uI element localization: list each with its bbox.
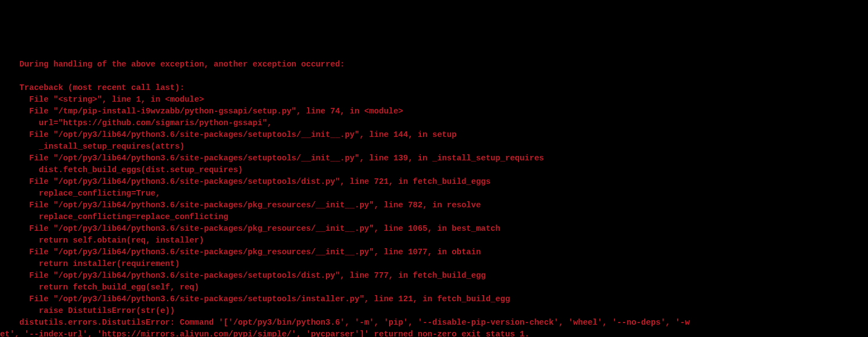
terminal-line: return self.obtain(req, installer) [0, 235, 868, 246]
terminal-line: replace_conflicting=True, [0, 188, 868, 200]
terminal-line: File "/opt/py3/lib64/python3.6/site-pack… [0, 246, 868, 258]
terminal-line: dist.fetch_build_eggs(dist.setup_require… [0, 164, 868, 176]
terminal-line: File "/opt/py3/lib64/python3.6/site-pack… [0, 293, 868, 305]
terminal-line: File "/tmp/pip-install-i9wvzabb/python-g… [0, 106, 868, 117]
terminal-line: File "/opt/py3/lib64/python3.6/site-pack… [0, 176, 868, 188]
terminal-line: distutils.errors.DistutilsError: Command… [0, 317, 868, 329]
terminal-line: _install_setup_requires(attrs) [0, 141, 868, 153]
terminal-output[interactable]: During handling of the above exception, … [0, 59, 868, 337]
terminal-line: Traceback (most recent call last): [0, 82, 868, 94]
terminal-line: et', '--index-url', 'https://mirrors.ali… [0, 329, 868, 337]
terminal-line: File "<string>", line 1, in <module> [0, 94, 868, 106]
terminal-line: During handling of the above exception, … [0, 59, 868, 70]
terminal-line: File "/opt/py3/lib64/python3.6/site-pack… [0, 129, 868, 141]
terminal-line: File "/opt/py3/lib64/python3.6/site-pack… [0, 200, 868, 211]
terminal-line: File "/opt/py3/lib64/python3.6/site-pack… [0, 223, 868, 235]
terminal-line: replace_conflicting=replace_conflicting [0, 211, 868, 223]
terminal-line [0, 70, 868, 82]
terminal-line: url="https://github.com/sigmaris/python-… [0, 117, 868, 129]
terminal-line: return fetch_build_egg(self, req) [0, 282, 868, 293]
terminal-line: File "/opt/py3/lib64/python3.6/site-pack… [0, 153, 868, 164]
terminal-line: File "/opt/py3/lib64/python3.6/site-pack… [0, 270, 868, 282]
terminal-line: raise DistutilsError(str(e)) [0, 305, 868, 317]
terminal-line: return installer(requirement) [0, 258, 868, 270]
